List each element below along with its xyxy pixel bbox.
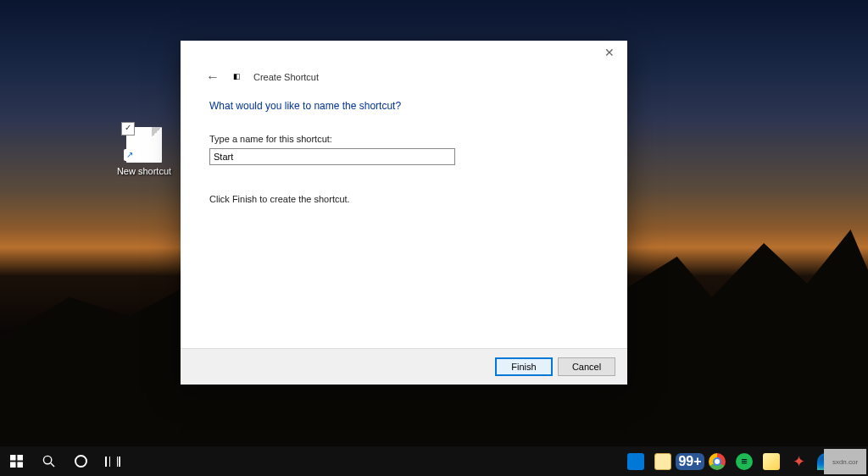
svg-point-4 <box>43 456 51 463</box>
dialog-mini-icon: ◧ <box>233 72 243 82</box>
taskbar-app-mail[interactable]: 99+ <box>676 446 704 476</box>
dialog-footer: Finish Cancel <box>181 348 627 385</box>
taskbar-app-1[interactable] <box>622 446 649 476</box>
svg-rect-2 <box>10 462 16 468</box>
app-icon <box>627 453 644 470</box>
windows-icon <box>10 455 23 468</box>
shortcut-name-input[interactable] <box>209 148 455 165</box>
taskbar-app-spotify[interactable]: ≡ <box>731 446 758 476</box>
svg-rect-1 <box>17 455 23 461</box>
desktop-shortcut-label: New shortcut <box>112 166 176 176</box>
taskbar-app-notes[interactable] <box>758 446 785 476</box>
taskbar-app-red[interactable]: ✦ <box>785 446 812 476</box>
taskbar-app-explorer[interactable] <box>649 446 676 476</box>
shortcut-name-label: Type a name for this shortcut: <box>209 134 598 144</box>
dialog-helper-text: Click Finish to create the shortcut. <box>209 194 598 204</box>
finish-button[interactable]: Finish <box>495 357 553 376</box>
task-view-button[interactable] <box>97 446 129 476</box>
desktop-wallpaper[interactable]: ↗ New shortcut ✕ ← ◧ Create Shortcut Wha… <box>0 0 868 476</box>
search-icon <box>42 455 55 468</box>
desktop-shortcut-new[interactable]: ↗ New shortcut <box>112 127 176 176</box>
shortcut-arrow-icon: ↗ <box>124 149 136 161</box>
notes-icon <box>763 453 780 470</box>
watermark: sxdn.cor <box>824 449 866 474</box>
dialog-title: Create Shortcut <box>253 72 319 82</box>
svg-rect-3 <box>17 462 23 468</box>
taskbar-left <box>0 446 129 476</box>
badge-count: 99+ <box>676 453 704 470</box>
close-button[interactable]: ✕ <box>592 41 627 64</box>
task-view-icon <box>105 457 120 467</box>
folder-icon <box>654 453 671 470</box>
svg-rect-0 <box>10 455 16 461</box>
start-button[interactable] <box>0 446 32 476</box>
taskbar: 99+ ≡ ✦ <box>0 446 868 476</box>
create-shortcut-dialog: ✕ ← ◧ Create Shortcut What would you lik… <box>181 41 627 385</box>
cortana-icon <box>75 455 87 468</box>
search-button[interactable] <box>32 446 64 476</box>
cortana-button[interactable] <box>64 446 97 476</box>
chrome-icon <box>709 453 726 470</box>
spotify-icon: ≡ <box>736 453 753 470</box>
dialog-header: ← ◧ Create Shortcut <box>181 41 627 85</box>
cancel-button[interactable]: Cancel <box>558 357 615 376</box>
dialog-body: What would you like to name the shortcut… <box>181 85 627 348</box>
puzzle-icon: ✦ <box>793 452 805 471</box>
svg-line-5 <box>50 463 53 467</box>
dialog-heading: What would you like to name the shortcut… <box>209 100 598 112</box>
taskbar-app-chrome[interactable] <box>704 446 731 476</box>
